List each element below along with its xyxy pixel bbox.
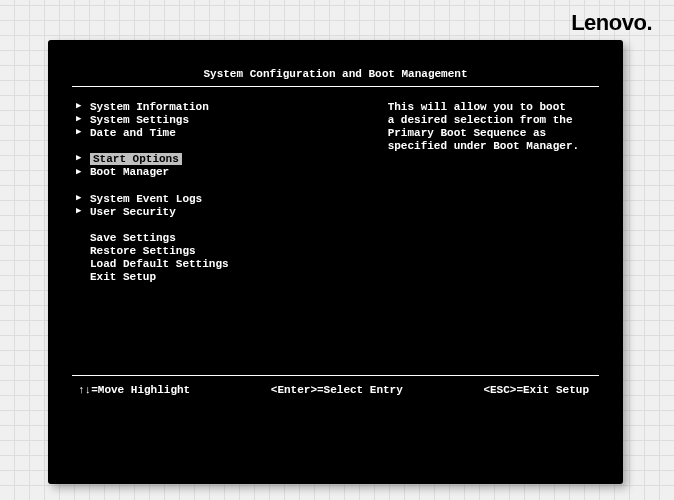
triangle-right-icon: ▶ [76,207,84,217]
menu-system-settings[interactable]: ▶ System Settings [76,114,378,126]
brand-logo: Lenovo. [571,10,652,36]
menu-group-2: ▶ Start Options ▶ Boot Manager [76,153,378,178]
bios-content: ▶ System Information ▶ System Settings ▶… [72,101,599,371]
menu-start-options[interactable]: ▶ Start Options [76,153,378,165]
help-line: This will allow you to boot [388,101,597,113]
triangle-right-icon: ▶ [76,154,84,164]
menu-load-default-settings[interactable]: Load Default Settings [76,258,378,270]
menu-group-1: ▶ System Information ▶ System Settings ▶… [76,101,378,139]
menu-group-4: Save Settings Restore Settings Load Defa… [76,232,378,283]
menu-group-3: ▶ System Event Logs ▶ User Security [76,193,378,218]
divider-bottom [72,375,599,376]
menu-save-settings[interactable]: Save Settings [76,232,378,244]
triangle-right-icon: ▶ [76,102,84,112]
help-line: Primary Boot Sequence as [388,127,597,139]
menu-restore-settings[interactable]: Restore Settings [76,245,378,257]
menu-exit-setup[interactable]: Exit Setup [76,271,378,283]
menu-user-security[interactable]: ▶ User Security [76,206,378,218]
menu-label: Save Settings [90,232,176,244]
menu-panel: ▶ System Information ▶ System Settings ▶… [72,101,378,371]
menu-label: Boot Manager [90,166,169,178]
menu-label: System Settings [90,114,189,126]
menu-label: System Event Logs [90,193,202,205]
menu-label: User Security [90,206,176,218]
footer-hints: ↑↓=Move Highlight <Enter>=Select Entry <… [72,384,599,396]
menu-label: Restore Settings [90,245,196,257]
menu-date-time[interactable]: ▶ Date and Time [76,127,378,139]
menu-boot-manager[interactable]: ▶ Boot Manager [76,166,378,178]
menu-system-information[interactable]: ▶ System Information [76,101,378,113]
triangle-right-icon: ▶ [76,128,84,138]
help-panel: This will allow you to boot a desired se… [378,101,599,371]
menu-system-event-logs[interactable]: ▶ System Event Logs [76,193,378,205]
triangle-right-icon: ▶ [76,194,84,204]
menu-label: Start Options [90,153,182,165]
menu-label: System Information [90,101,209,113]
menu-label: Exit Setup [90,271,156,283]
menu-label: Date and Time [90,127,176,139]
divider-top [72,86,599,87]
hint-move-highlight: ↑↓=Move Highlight [78,384,190,396]
hint-select-entry: <Enter>=Select Entry [271,384,403,396]
hint-exit-setup: <ESC>=Exit Setup [483,384,589,396]
menu-label: Load Default Settings [90,258,229,270]
page-title: System Configuration and Boot Management [72,68,599,80]
triangle-right-icon: ▶ [76,168,84,178]
bios-window: System Configuration and Boot Management… [48,40,623,484]
triangle-right-icon: ▶ [76,115,84,125]
help-line: specified under Boot Manager. [388,140,597,152]
help-line: a desired selection from the [388,114,597,126]
